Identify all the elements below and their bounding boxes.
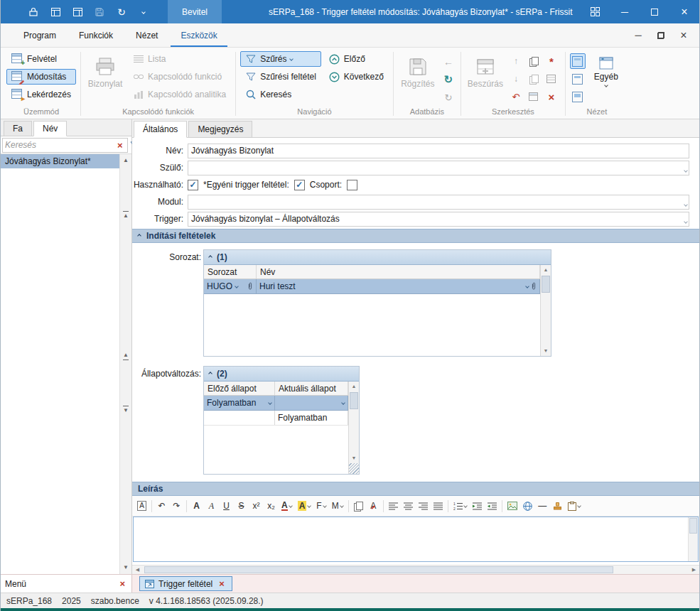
trigger-dropdown-icon[interactable]	[684, 217, 687, 227]
copy-format-icon[interactable]	[352, 498, 365, 514]
view-grid-icon[interactable]	[570, 71, 586, 87]
scroll-next-page-icon[interactable]: ▼	[120, 406, 131, 414]
felvetel-button[interactable]: + Felvétel	[6, 51, 76, 67]
cell-dropdown-icon[interactable]	[525, 284, 529, 288]
kereses-button[interactable]: Keresés	[240, 87, 321, 102]
scroll-thumb[interactable]	[350, 392, 358, 409]
underline-button[interactable]: U	[220, 498, 233, 514]
menu-program[interactable]: Program	[14, 23, 66, 47]
szures-button[interactable]: Szűrés	[240, 51, 321, 67]
subscript-button[interactable]: x₂	[264, 498, 278, 514]
column-header-elozo[interactable]: Előző állapot	[204, 382, 275, 395]
allapot-group-header[interactable]: (2)	[204, 367, 359, 382]
scroll-up-icon[interactable]: ▲	[120, 157, 131, 164]
numbered-list-button[interactable]: 12	[451, 498, 469, 514]
main-horizontal-scrollbar[interactable]: ◀ ▶	[132, 565, 699, 574]
csoport-checkbox[interactable]	[347, 180, 357, 190]
scroll-down-icon[interactable]: ▼	[349, 453, 359, 463]
rogzites-button[interactable]: Rögzítés	[398, 51, 438, 106]
scroll-up-icon[interactable]: ▲	[541, 265, 551, 275]
move-up-icon[interactable]: ↑	[508, 53, 524, 69]
editor-scrollbar[interactable]	[688, 517, 698, 561]
apps-icon[interactable]	[580, 0, 610, 23]
list-item[interactable]: Jóváhagyás Bizonylat*	[1, 154, 119, 168]
refresh-data-icon[interactable]: ↻	[441, 72, 456, 87]
insert-link-icon[interactable]	[521, 498, 534, 514]
highlight-button[interactable]: A	[296, 498, 313, 514]
align-justify-icon[interactable]	[431, 498, 445, 514]
mdi-minimize-button[interactable]: ─	[627, 26, 650, 45]
beszuras-button[interactable]: Beszúrás	[465, 51, 505, 106]
scroll-left-icon[interactable]: ◀	[132, 567, 143, 573]
horizontal-rule-button[interactable]: —	[536, 498, 549, 514]
scroll-down-icon[interactable]: ▼	[541, 346, 551, 356]
table-row[interactable]: Folyamatban	[204, 396, 348, 411]
table-row[interactable]: HUGO Huri teszt	[204, 279, 540, 294]
indent-decrease-icon[interactable]	[485, 498, 499, 514]
leiras-header[interactable]: Leírás	[132, 482, 699, 496]
search-input[interactable]	[5, 140, 115, 150]
szuresi-feltetel-button[interactable]: Szűrési feltétel	[240, 69, 321, 85]
scroll-down-icon[interactable]: ▼	[120, 564, 131, 571]
font-button[interactable]: F	[314, 498, 328, 514]
trigger-input[interactable]	[188, 212, 689, 227]
cell-dropdown-icon[interactable]	[268, 401, 272, 405]
egyeb-button[interactable]: Egyéb	[588, 51, 624, 106]
redo-icon[interactable]: ↷	[170, 498, 183, 514]
modul-dropdown-icon[interactable]	[684, 200, 687, 210]
szures-dropdown-icon[interactable]	[290, 57, 294, 61]
font-color-button[interactable]: A	[279, 498, 294, 514]
allapot-scrollbar[interactable]: ▲ ▼	[348, 382, 359, 474]
sorozat-scrollbar[interactable]: ▲ ▼	[540, 265, 551, 356]
column-header-sorozat[interactable]: Sorozat	[204, 265, 257, 279]
inditasi-feltetelek-header[interactable]: Indítási feltételek	[132, 229, 699, 243]
refresh-icon[interactable]: ↻	[116, 6, 127, 18]
egyeb-dropdown-icon[interactable]	[604, 83, 608, 87]
leiras-editor[interactable]	[133, 517, 699, 562]
autoformat-button[interactable]: A	[135, 498, 149, 514]
scroll-up-icon[interactable]: ▲	[349, 382, 359, 391]
elozo-button[interactable]: Előző	[324, 51, 389, 67]
scroll-thumb[interactable]	[689, 518, 697, 534]
clear-format-button[interactable]: A	[367, 498, 380, 514]
clear-search-icon[interactable]: ×	[115, 141, 125, 150]
align-right-icon[interactable]	[416, 498, 430, 514]
titlebar-tab-bevitel[interactable]: Bevitel	[168, 0, 222, 23]
scroll-thumb[interactable]	[542, 276, 550, 293]
document-tab-trigger-feltetel[interactable]: Trigger feltétel ×	[139, 576, 232, 591]
delete-record-icon[interactable]: ×	[544, 89, 559, 104]
lekerdezes-button[interactable]: ▸ Lekérdezés	[6, 87, 76, 102]
scroll-prev-page-icon[interactable]: ▲	[120, 352, 131, 360]
sorozat-group-header[interactable]: (1)	[204, 250, 551, 265]
egyeni-checkbox[interactable]	[294, 180, 305, 190]
scroll-thumb[interactable]	[144, 566, 613, 573]
minimize-button[interactable]: ─	[610, 0, 640, 23]
cell-dropdown-icon[interactable]	[341, 401, 345, 405]
tab-megjegyzes[interactable]: Megjegyzés	[188, 121, 252, 137]
indent-increase-icon[interactable]	[470, 498, 484, 514]
close-menu-icon[interactable]: ×	[117, 579, 127, 588]
hasznalhato-checkbox[interactable]	[188, 180, 198, 190]
nev-input[interactable]	[188, 144, 689, 158]
align-left-icon[interactable]	[387, 498, 400, 514]
sidebar-tab-nev[interactable]: Név	[33, 121, 67, 136]
menu-eszkozok[interactable]: Eszközök	[171, 23, 227, 47]
window-layout-icon[interactable]	[50, 6, 61, 18]
copy-icon[interactable]	[526, 53, 542, 69]
sidebar-scrollbar[interactable]: ▲ ▲ ▲ ▼ ▼	[119, 154, 131, 574]
column-header-nev[interactable]: Név	[257, 265, 540, 279]
lista-button[interactable]: Lista	[128, 51, 231, 67]
insert-image-icon[interactable]	[505, 498, 519, 514]
kovetkezo-button[interactable]: Következő	[324, 69, 389, 85]
qat-dropdown-icon[interactable]	[138, 6, 149, 18]
modositas-button[interactable]: Módosítás	[6, 69, 76, 85]
align-center-icon[interactable]	[402, 498, 415, 514]
editor-content[interactable]	[134, 517, 688, 561]
modul-input[interactable]	[188, 195, 689, 210]
stamp-icon[interactable]	[551, 498, 564, 514]
scroll-first-icon[interactable]: ▲	[120, 211, 131, 220]
new-record-icon[interactable]: *	[544, 53, 559, 69]
superscript-button[interactable]: x²	[249, 498, 263, 514]
collapse-icon[interactable]	[208, 255, 212, 259]
bold-button[interactable]: A	[190, 498, 203, 514]
